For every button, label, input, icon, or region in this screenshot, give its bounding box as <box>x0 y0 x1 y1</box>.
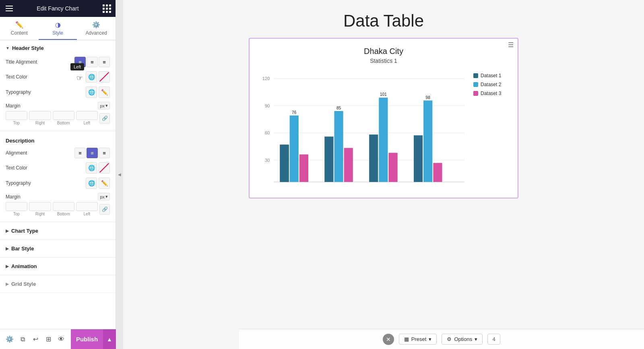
svg-rect-13 <box>290 116 299 182</box>
typography-edit-btn[interactable]: ✏️ <box>99 87 110 98</box>
hamburger-icon[interactable] <box>6 6 13 11</box>
duplicate-icon-btn[interactable]: ⊞ <box>42 333 55 346</box>
svg-text:120: 120 <box>262 76 270 81</box>
svg-text:85: 85 <box>336 106 341 110</box>
typography-globe-btn[interactable]: 🌐 <box>86 87 97 98</box>
desc-typography-globe-btn[interactable]: 🌐 <box>86 178 97 189</box>
grid-style-arrow: ▶ <box>6 282 9 286</box>
text-color-globe-btn[interactable]: 🌐 <box>86 71 97 83</box>
svg-text:41: 41 <box>346 142 351 147</box>
legend-item-1: Dataset 1 <box>473 73 510 78</box>
header-margin-left[interactable] <box>76 111 98 120</box>
preset-chevron: ▾ <box>429 336 431 342</box>
header-text-color-label: Text Color <box>6 74 86 80</box>
chart-legend: Dataset 1 Dataset 2 Dataset 3 <box>473 70 510 99</box>
desc-margin-unit[interactable]: px ▾ <box>98 193 110 200</box>
desc-margin-link-btn[interactable]: 🔗 <box>99 204 110 215</box>
bottom-toolbar: ✕ ▦ Preset ▾ ⚙ Options ▾ 4 <box>239 329 644 349</box>
header-margin-label: Margin <box>6 103 98 109</box>
tab-advanced-label: Advanced <box>85 30 107 36</box>
header-margin-unit[interactable]: px ▾ <box>98 102 110 109</box>
tab-advanced[interactable]: ⚙️ Advanced <box>77 17 116 40</box>
header-margin-top[interactable] <box>6 111 27 120</box>
animation-toggle[interactable]: ▶ Animation <box>6 263 110 269</box>
tab-content-label: Content <box>11 30 28 36</box>
margin-bottom-wrap: Bottom <box>53 111 74 125</box>
desc-alignment-label: Alignment <box>6 150 74 156</box>
toolbar-preset-btn[interactable]: ▦ Preset ▾ <box>399 334 437 345</box>
align-left-btn[interactable]: ≡ <box>74 57 86 67</box>
desc-text-color-label: Text Color <box>6 165 86 171</box>
chart-type-arrow: ▶ <box>6 229 9 233</box>
title-alignment-label: Title Alignment <box>6 59 74 65</box>
desc-text-color-globe-btn[interactable]: 🌐 <box>86 162 97 173</box>
chart-type-label: Chart Type <box>11 228 38 234</box>
desc-align-left-btn[interactable]: ≡ <box>74 148 86 158</box>
advanced-icon: ⚙️ <box>92 21 100 29</box>
desc-margin-left[interactable] <box>76 202 98 211</box>
toolbar-page-number[interactable]: 4 <box>487 334 500 345</box>
desc-margin-bottom[interactable] <box>53 202 74 211</box>
desc-margin-inputs: Top Right Bottom Left 🔗 <box>6 202 110 216</box>
tab-style-label: Style <box>52 30 63 36</box>
bottom-icons: ⚙️ ⧉ ↩ ⊞ 👁 <box>0 333 71 346</box>
preset-label: Preset <box>411 336 427 342</box>
description-label: Description <box>6 138 110 144</box>
panel-collapse-handle[interactable]: ◀ <box>116 0 123 349</box>
desc-typography-controls: 🌐 ✏️ <box>86 178 110 189</box>
desc-text-color-row: Text Color 🌐 <box>6 162 110 173</box>
header-margin-right[interactable] <box>29 111 51 120</box>
publish-button[interactable]: Publish <box>71 329 103 349</box>
legend-label-2: Dataset 2 <box>481 82 501 87</box>
header-margin-link-btn[interactable]: 🔗 <box>99 113 110 124</box>
page-title-area: Data Table <box>123 0 644 38</box>
header-text-color-row: Text Color 🌐 <box>6 71 110 83</box>
margin-right-label: Right <box>35 121 45 125</box>
desc-margin-top-label: Top <box>13 212 20 216</box>
grid-style-toggle[interactable]: ▶ Grid Style <box>6 281 110 287</box>
content-icon: ✏️ <box>15 21 23 29</box>
desc-margin-right[interactable] <box>29 202 51 211</box>
undo-icon-btn[interactable]: ↩ <box>29 333 42 346</box>
header-margin-inputs: Top Right Bottom Left 🔗 <box>6 111 110 125</box>
desc-align-center-btn[interactable]: ≡ <box>87 148 98 158</box>
grid-icon[interactable] <box>103 4 110 13</box>
toolbar-close-btn[interactable]: ✕ <box>383 334 394 345</box>
bar-style-toggle[interactable]: ▶ Bar Style <box>6 246 110 252</box>
header-margin-bottom[interactable] <box>53 111 74 120</box>
preview-icon-btn[interactable]: 👁 <box>55 333 68 346</box>
svg-text:44: 44 <box>282 140 287 145</box>
panel-scroll[interactable]: ▼ Header Style Title Alignment ≡ ≡ ≡ Tex… <box>0 40 116 349</box>
chart-svg: 120 90 60 30 44 44 76 <box>258 70 469 192</box>
desc-typography-edit-btn[interactable]: ✏️ <box>99 178 110 189</box>
legend-item-3: Dataset 3 <box>473 91 510 96</box>
toolbar-options-btn[interactable]: ⚙ Options ▾ <box>442 334 483 345</box>
desc-align-right-btn[interactable]: ≡ <box>99 148 110 158</box>
desc-margin-left-label: Left <box>84 212 91 216</box>
align-right-btn[interactable]: ≡ <box>99 57 110 67</box>
header-style-toggle[interactable]: ▼ Header Style <box>6 45 110 51</box>
chart-type-toggle[interactable]: ▶ Chart Type <box>6 228 110 234</box>
chart-container[interactable]: ☰ Dhaka City Statistics 1 120 90 <box>249 38 518 198</box>
align-center-btn[interactable]: ≡ <box>87 57 98 67</box>
margin-top-label: Top <box>13 121 20 125</box>
desc-text-color-picker-btn[interactable] <box>99 162 110 173</box>
settings-icon-btn[interactable]: ⚙️ <box>3 333 16 346</box>
desc-margin-row: Margin px ▾ <box>6 193 110 200</box>
chart-menu-icon[interactable]: ☰ <box>508 41 514 49</box>
layers-icon-btn[interactable]: ⧉ <box>16 333 29 346</box>
desc-margin-top[interactable] <box>6 202 27 211</box>
desc-margin-right-label: Right <box>35 212 45 216</box>
tab-style[interactable]: ◑ Style <box>39 17 77 40</box>
collapse-arrow: ◀ <box>118 172 121 177</box>
svg-text:36: 36 <box>391 148 396 152</box>
header-style-label: Header Style <box>12 45 44 51</box>
publish-chevron[interactable]: ▲ <box>103 329 116 349</box>
text-color-picker-btn[interactable] <box>99 71 110 83</box>
tab-content[interactable]: ✏️ Content <box>0 17 39 40</box>
header-typography-controls: 🌐 ✏️ <box>86 87 110 98</box>
title-alignment-controls: ≡ ≡ ≡ <box>74 57 110 67</box>
header-typography-label: Typography <box>6 89 86 95</box>
chart-title: Dhaka City <box>258 47 510 56</box>
chart-container-wrapper: ☰ Dhaka City Statistics 1 120 90 <box>123 38 644 349</box>
